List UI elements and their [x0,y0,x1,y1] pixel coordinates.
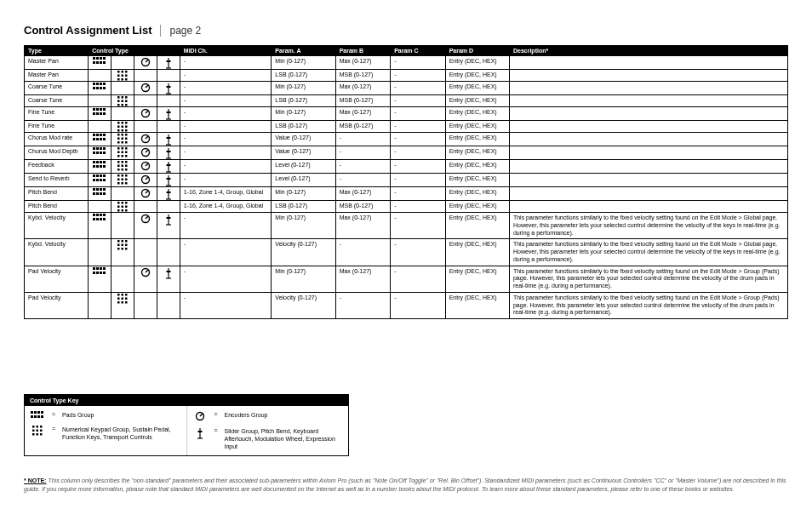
cell-pc: - [391,121,446,133]
cell-pa: LSB (0-127) [272,95,335,107]
slider-icon [157,146,180,160]
cell-pa: Min (0-127) [272,107,335,121]
cell-pa: Level (0-127) [272,174,335,187]
cell-pd: Entry (DEC, HEX) [445,174,509,187]
cell-pb: Max (0-127) [335,82,391,95]
cell-pb: Max (0-127) [335,187,391,201]
cell-pd: Entry (DEC, HEX) [445,95,509,107]
key-label: Numerical Keypad Group, Sustain Pedal, F… [62,426,181,441]
col-type: Type [25,46,89,56]
cell-midi: - [180,95,272,107]
table-row: Pad Velocity-Velocity (0-127)--Entry (DE… [25,292,788,318]
cell-pd: Entry (DEC, HEX) [445,107,509,121]
pads-icon [89,187,112,201]
footnote: * NOTE: This column only describes the "… [24,477,788,493]
table-header-row: Type Control Type MIDI Ch. Param. A Para… [25,46,788,56]
cell-pa: Min (0-127) [272,213,335,239]
pads-icon [89,174,112,187]
cell-desc [509,146,787,160]
cell-pa: Min (0-127) [272,82,335,95]
cell-type: Coarse Tune [25,95,89,107]
cell-midi: - [180,146,272,160]
cell-pd: Entry (DEC, HEX) [445,56,509,70]
table-row: Fine Tune-LSB (0-127)MSB (0-127)-Entry (… [25,121,788,133]
cell-empty [157,292,180,318]
table-row: Master Pan-Min (0-127)Max (0-127)-Entry … [25,56,788,70]
cell-pd: Entry (DEC, HEX) [445,201,509,213]
col-midi: MIDI Ch. [180,46,272,56]
cell-pb: Max (0-127) [335,56,391,70]
page-title: Control Assignment List [24,24,152,37]
encoder-icon [134,160,157,174]
cell-pc: - [391,95,446,107]
numkey-icon [112,174,134,187]
key-row-slider: = Slider Group, Pitch Bend, Keyboard Aft… [192,427,344,450]
numkey-icon [112,95,134,107]
cell-empty [134,95,157,107]
cell-desc [509,174,787,187]
cell-midi: - [180,82,272,95]
cell-pb: - [335,133,391,146]
encoder-icon [134,146,157,160]
table-row: Fine Tune-Min (0-127)Max (0-127)-Entry (… [25,107,788,121]
table-row: Kybd. Velocity-Min (0-127)Max (0-127)-En… [25,213,788,239]
pads-icon [89,160,112,174]
cell-pc: - [391,213,446,239]
cell-pa: Velocity (0-127) [272,239,335,266]
cell-pc: - [391,174,446,187]
footnote-body: This column only describes the "non-stan… [24,477,786,491]
cell-desc [509,107,787,121]
cell-midi: - [180,160,272,174]
cell-pc: - [391,56,446,70]
pads-icon [89,107,112,121]
encoder-icon [134,174,157,187]
cell-type: Kybd. Velocity [25,239,89,266]
slider-icon [157,56,180,70]
cell-desc: This parameter functions similarly to th… [509,213,787,239]
encoder-icon [134,213,157,239]
cell-pa: LSB (0-127) [272,70,335,82]
cell-pc: - [391,201,446,213]
cell-pc: - [391,70,446,82]
encoder-icon [134,187,157,201]
cell-type: Chorus Mod rate [25,133,89,146]
key-label: Slider Group, Pitch Bend, Keyboard After… [225,427,344,450]
cell-pd: Entry (DEC, HEX) [445,292,509,318]
cell-type: Fine Tune [25,121,89,133]
numkey-icon [112,201,134,213]
slider-icon [157,187,180,201]
encoder-icon [134,56,157,70]
cell-empty [112,187,134,201]
page-number: page 2 [169,25,201,37]
cell-empty [89,201,112,213]
pads-icon [89,266,112,292]
cell-desc [509,160,787,174]
cell-midi: - [180,174,272,187]
cell-pd: Entry (DEC, HEX) [445,266,509,292]
cell-pc: - [391,292,446,318]
control-assignment-table: Type Control Type MIDI Ch. Param. A Para… [24,45,788,319]
cell-midi: - [180,292,272,318]
slider-icon [157,266,180,292]
cell-desc [509,201,787,213]
cell-pa: Level (0-127) [272,160,335,174]
table-row: Pad Velocity-Min (0-127)Max (0-127)-Entr… [25,266,788,292]
pads-icon [89,146,112,160]
cell-empty [112,213,134,239]
numkey-icon [112,133,134,146]
cell-empty [157,201,180,213]
cell-pc: - [391,187,446,201]
cell-pd: Entry (DEC, HEX) [445,239,509,266]
encoder-icon [134,82,157,95]
col-pc: Param C [391,46,446,56]
cell-pb: - [335,160,391,174]
cell-pd: Entry (DEC, HEX) [445,70,509,82]
col-control-type: Control Type [89,46,180,56]
cell-pa: LSB (0-127) [272,201,335,213]
table-row: Send to Reverb-Level (0-127)--Entry (DEC… [25,174,788,187]
page-header: Control Assignment List page 2 [24,24,788,37]
cell-empty [89,70,112,82]
cell-midi: - [180,213,272,239]
cell-midi: 1-16, Zone 1-4, Group, Global [180,201,272,213]
cell-pd: Entry (DEC, HEX) [445,160,509,174]
